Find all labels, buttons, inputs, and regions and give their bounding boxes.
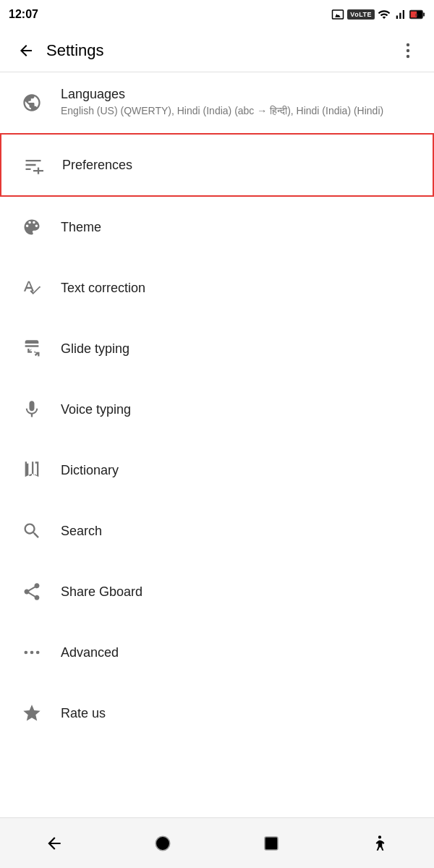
preferences-title: Preferences <box>62 158 418 173</box>
rate-us-text-area: Rate us <box>61 706 420 721</box>
svg-rect-11 <box>265 837 278 850</box>
languages-text-area: Languages English (US) (QWERTY), Hindi (… <box>61 87 420 119</box>
star-icon <box>14 696 49 731</box>
menu-item-advanced[interactable]: Advanced <box>0 622 434 683</box>
more-options-button[interactable] <box>393 36 422 65</box>
menu-item-share-gboard[interactable]: Share Gboard <box>0 561 434 622</box>
text-correction-title: Text correction <box>61 281 420 296</box>
voice-typing-title: Voice typing <box>61 402 420 417</box>
svg-rect-2 <box>423 12 425 16</box>
svg-point-5 <box>407 48 409 51</box>
palette-icon <box>14 210 49 244</box>
nav-bar <box>0 817 434 868</box>
search-text-area: Search <box>61 524 420 539</box>
rate-us-title: Rate us <box>61 706 420 721</box>
text-correction-text-area: Text correction <box>61 281 420 296</box>
photo-icon <box>331 8 344 21</box>
svg-point-4 <box>407 43 409 46</box>
back-button[interactable] <box>12 36 41 65</box>
theme-text-area: Theme <box>61 220 420 235</box>
dictionary-icon <box>14 453 49 488</box>
mic-icon <box>14 392 49 427</box>
status-bar: 12:07 VoLTE R <box>0 0 434 29</box>
sliders-icon <box>16 148 51 182</box>
nav-back-button[interactable] <box>33 822 76 865</box>
status-icons: VoLTE R <box>331 8 425 21</box>
glide-typing-title: Glide typing <box>61 341 420 357</box>
languages-subtitle: English (US) (QWERTY), Hindi (India) (ab… <box>61 104 420 119</box>
menu-item-languages[interactable]: Languages English (US) (QWERTY), Hindi (… <box>0 72 434 133</box>
share-gboard-text-area: Share Gboard <box>61 584 420 600</box>
page-title: Settings <box>46 41 393 60</box>
svg-point-6 <box>407 54 409 57</box>
glide-icon <box>14 331 49 366</box>
svg-text:R: R <box>415 13 418 17</box>
settings-menu: Languages English (US) (QWERTY), Hindi (… <box>0 72 434 744</box>
menu-item-preferences[interactable]: Preferences <box>0 133 434 197</box>
advanced-text-area: Advanced <box>61 645 420 660</box>
search-icon <box>14 514 49 548</box>
battery-icon: R <box>409 9 425 20</box>
voice-typing-text-area: Voice typing <box>61 402 420 417</box>
text-correction-icon <box>14 271 49 305</box>
dictionary-text-area: Dictionary <box>61 463 420 478</box>
search-title: Search <box>61 524 420 539</box>
svg-point-8 <box>30 651 34 655</box>
menu-item-search[interactable]: Search <box>0 501 434 561</box>
share-icon <box>14 574 49 609</box>
signal-icon <box>393 8 407 21</box>
app-header: Settings <box>0 29 434 72</box>
status-time: 12:07 <box>9 8 38 21</box>
menu-item-voice-typing[interactable]: Voice typing <box>0 379 434 440</box>
globe-icon <box>14 85 49 120</box>
theme-title: Theme <box>61 220 420 235</box>
svg-point-9 <box>36 651 40 655</box>
menu-item-dictionary[interactable]: Dictionary <box>0 440 434 501</box>
preferences-text-area: Preferences <box>62 158 418 173</box>
glide-typing-text-area: Glide typing <box>61 341 420 357</box>
nav-accessibility-button[interactable] <box>358 822 401 865</box>
nav-home-button[interactable] <box>141 822 184 865</box>
advanced-title: Advanced <box>61 645 420 660</box>
menu-item-glide-typing[interactable]: Glide typing <box>0 318 434 379</box>
nav-recent-button[interactable] <box>250 822 293 865</box>
wifi-icon <box>378 8 391 21</box>
dots-icon <box>14 635 49 670</box>
menu-item-rate-us[interactable]: Rate us <box>0 683 434 744</box>
volte-badge: VoLTE <box>347 9 375 20</box>
svg-point-7 <box>25 651 28 655</box>
share-gboard-title: Share Gboard <box>61 584 420 600</box>
menu-item-theme[interactable]: Theme <box>0 197 434 258</box>
dictionary-title: Dictionary <box>61 463 420 478</box>
svg-point-10 <box>156 836 170 851</box>
menu-item-text-correction[interactable]: Text correction <box>0 258 434 318</box>
languages-title: Languages <box>61 87 420 102</box>
